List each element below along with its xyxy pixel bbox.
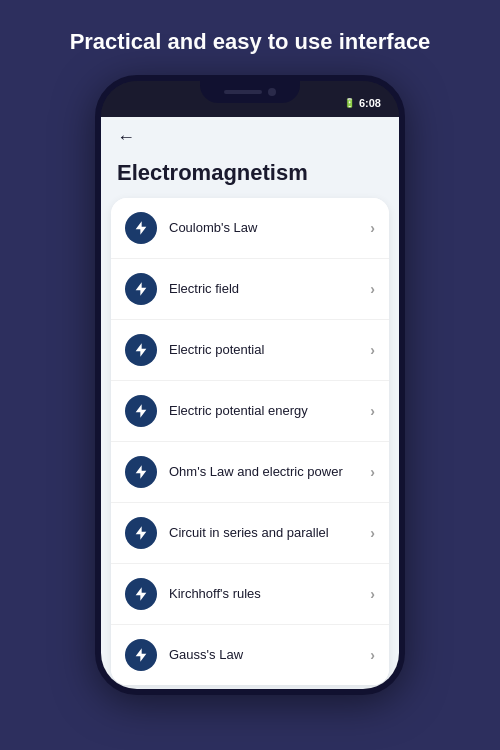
lightning-icon — [133, 281, 149, 297]
lightning-icon — [133, 403, 149, 419]
phone-frame: 🔋 6:08 ← Electromagnetism Coulomb's Law … — [95, 75, 405, 695]
list-item[interactable]: Gauss's Law › — [111, 625, 389, 685]
item-icon-4 — [125, 395, 157, 427]
phone-notch — [200, 81, 300, 103]
list-item[interactable]: Coulomb's Law › — [111, 198, 389, 259]
svg-marker-4 — [136, 465, 147, 478]
item-icon-2 — [125, 273, 157, 305]
list-item[interactable]: Circuit in series and parallel › — [111, 503, 389, 564]
lightning-icon — [133, 342, 149, 358]
chevron-icon-1: › — [370, 220, 375, 236]
app-title: Electromagnetism — [101, 156, 399, 198]
chevron-icon-4: › — [370, 403, 375, 419]
svg-marker-2 — [136, 343, 147, 356]
status-time: 6:08 — [359, 97, 381, 109]
item-label-1: Coulomb's Law — [169, 220, 370, 235]
item-label-5: Ohm's Law and electric power — [169, 464, 370, 479]
chevron-icon-5: › — [370, 464, 375, 480]
svg-marker-5 — [136, 526, 147, 539]
list-item[interactable]: Electric potential energy › — [111, 381, 389, 442]
list-item[interactable]: Ohm's Law and electric power › — [111, 442, 389, 503]
item-label-3: Electric potential — [169, 342, 370, 357]
svg-marker-7 — [136, 648, 147, 661]
back-button[interactable]: ← — [117, 127, 135, 148]
page-headline: Practical and easy to use interface — [40, 0, 461, 75]
phone-content: ← Electromagnetism Coulomb's Law › Elect… — [101, 117, 399, 689]
lightning-icon — [133, 647, 149, 663]
status-right: 🔋 6:08 — [344, 97, 381, 109]
svg-marker-6 — [136, 587, 147, 600]
item-label-4: Electric potential energy — [169, 403, 370, 418]
svg-marker-3 — [136, 404, 147, 417]
chevron-icon-8: › — [370, 647, 375, 663]
lightning-icon — [133, 464, 149, 480]
battery-icon: 🔋 — [344, 98, 355, 108]
item-icon-8 — [125, 639, 157, 671]
svg-marker-1 — [136, 282, 147, 295]
chevron-icon-3: › — [370, 342, 375, 358]
item-icon-1 — [125, 212, 157, 244]
lightning-icon — [133, 525, 149, 541]
item-label-6: Circuit in series and parallel — [169, 525, 370, 540]
list-item[interactable]: Electric potential › — [111, 320, 389, 381]
svg-marker-0 — [136, 221, 147, 234]
item-icon-5 — [125, 456, 157, 488]
notch-speaker — [224, 90, 262, 94]
chevron-icon-2: › — [370, 281, 375, 297]
list-item[interactable]: Kirchhoff's rules › — [111, 564, 389, 625]
item-icon-7 — [125, 578, 157, 610]
item-label-2: Electric field — [169, 281, 370, 296]
item-label-8: Gauss's Law — [169, 647, 370, 662]
item-icon-3 — [125, 334, 157, 366]
chevron-icon-6: › — [370, 525, 375, 541]
list-item[interactable]: Electric field › — [111, 259, 389, 320]
app-header: ← — [101, 117, 399, 156]
item-icon-6 — [125, 517, 157, 549]
item-label-7: Kirchhoff's rules — [169, 586, 370, 601]
notch-camera — [268, 88, 276, 96]
chevron-icon-7: › — [370, 586, 375, 602]
lightning-icon — [133, 220, 149, 236]
status-bar: 🔋 6:08 — [101, 81, 399, 117]
menu-list: Coulomb's Law › Electric field › Electri… — [111, 198, 389, 685]
lightning-icon — [133, 586, 149, 602]
